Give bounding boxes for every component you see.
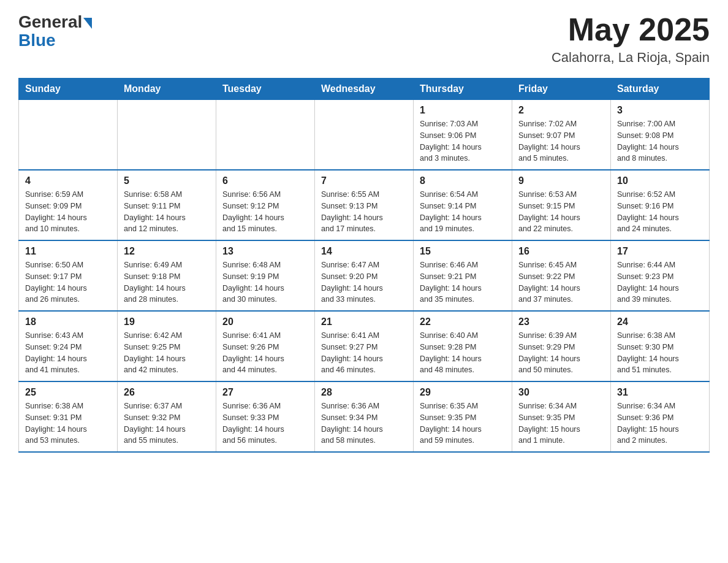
day-info: Sunrise: 6:50 AMSunset: 9:17 PMDaylight:…: [25, 259, 111, 305]
day-info: Sunrise: 6:44 AMSunset: 9:23 PMDaylight:…: [617, 259, 703, 305]
day-number: 7: [321, 175, 407, 186]
day-info: Sunrise: 6:59 AMSunset: 9:09 PMDaylight:…: [25, 189, 111, 235]
logo-arrow-icon: [83, 18, 92, 29]
header-thursday: Thursday: [414, 79, 512, 100]
page-header: General Blue May 2025 Calahorra, La Rioj…: [18, 12, 710, 66]
location-text: Calahorra, La Rioja, Spain: [552, 50, 710, 66]
calendar-cell: 4Sunrise: 6:59 AMSunset: 9:09 PMDaylight…: [19, 170, 118, 240]
day-info: Sunrise: 6:53 AMSunset: 9:15 PMDaylight:…: [518, 189, 604, 235]
day-info: Sunrise: 6:36 AMSunset: 9:34 PMDaylight:…: [321, 400, 407, 446]
day-number: 10: [617, 175, 703, 186]
day-number: 4: [25, 175, 111, 186]
day-info: Sunrise: 6:56 AMSunset: 9:12 PMDaylight:…: [222, 189, 308, 235]
day-number: 28: [321, 387, 407, 398]
day-number: 16: [518, 246, 604, 257]
month-title: May 2025: [552, 12, 710, 47]
day-info: Sunrise: 6:37 AMSunset: 9:32 PMDaylight:…: [124, 400, 210, 446]
day-number: 31: [617, 387, 703, 398]
calendar-cell: 28Sunrise: 6:36 AMSunset: 9:34 PMDayligh…: [315, 381, 414, 452]
day-info: Sunrise: 6:34 AMSunset: 9:35 PMDaylight:…: [518, 400, 604, 446]
day-info: Sunrise: 7:03 AMSunset: 9:06 PMDaylight:…: [420, 118, 506, 164]
day-info: Sunrise: 6:38 AMSunset: 9:31 PMDaylight:…: [25, 400, 111, 446]
calendar-cell: 6Sunrise: 6:56 AMSunset: 9:12 PMDaylight…: [216, 170, 315, 240]
calendar-cell: 8Sunrise: 6:54 AMSunset: 9:14 PMDaylight…: [414, 170, 512, 240]
calendar-week-row-3: 11Sunrise: 6:50 AMSunset: 9:17 PMDayligh…: [19, 240, 710, 311]
calendar-week-row-5: 25Sunrise: 6:38 AMSunset: 9:31 PMDayligh…: [19, 381, 710, 452]
day-number: 5: [124, 175, 210, 186]
calendar-week-row-4: 18Sunrise: 6:43 AMSunset: 9:24 PMDayligh…: [19, 311, 710, 381]
day-info: Sunrise: 6:45 AMSunset: 9:22 PMDaylight:…: [518, 259, 604, 305]
day-number: 26: [124, 387, 210, 398]
calendar-cell: 31Sunrise: 6:34 AMSunset: 9:36 PMDayligh…: [611, 381, 710, 452]
day-info: Sunrise: 6:55 AMSunset: 9:13 PMDaylight:…: [321, 189, 407, 235]
logo: General Blue: [18, 12, 92, 50]
day-number: 22: [420, 316, 506, 327]
day-number: 24: [617, 316, 703, 327]
calendar-cell: 2Sunrise: 7:02 AMSunset: 9:07 PMDaylight…: [512, 100, 611, 170]
day-info: Sunrise: 6:52 AMSunset: 9:16 PMDaylight:…: [617, 189, 703, 235]
day-info: Sunrise: 6:36 AMSunset: 9:33 PMDaylight:…: [222, 400, 308, 446]
day-info: Sunrise: 6:41 AMSunset: 9:27 PMDaylight:…: [321, 330, 407, 376]
calendar-cell: 10Sunrise: 6:52 AMSunset: 9:16 PMDayligh…: [611, 170, 710, 240]
day-info: Sunrise: 7:02 AMSunset: 9:07 PMDaylight:…: [518, 118, 604, 164]
day-number: 30: [518, 387, 604, 398]
day-number: 29: [420, 387, 506, 398]
day-number: 23: [518, 316, 604, 327]
day-info: Sunrise: 6:43 AMSunset: 9:24 PMDaylight:…: [25, 330, 111, 376]
day-info: Sunrise: 6:40 AMSunset: 9:28 PMDaylight:…: [420, 330, 506, 376]
day-info: Sunrise: 6:39 AMSunset: 9:29 PMDaylight:…: [518, 330, 604, 376]
calendar-cell: 17Sunrise: 6:44 AMSunset: 9:23 PMDayligh…: [611, 240, 710, 311]
logo-blue-text: Blue: [18, 31, 56, 50]
day-number: 17: [617, 246, 703, 257]
day-number: 11: [25, 246, 111, 257]
day-info: Sunrise: 6:48 AMSunset: 9:19 PMDaylight:…: [222, 259, 308, 305]
title-block: May 2025 Calahorra, La Rioja, Spain: [552, 12, 710, 66]
calendar-cell: 21Sunrise: 6:41 AMSunset: 9:27 PMDayligh…: [315, 311, 414, 381]
day-info: Sunrise: 6:49 AMSunset: 9:18 PMDaylight:…: [124, 259, 210, 305]
day-info: Sunrise: 6:34 AMSunset: 9:36 PMDaylight:…: [617, 400, 703, 446]
day-number: 20: [222, 316, 308, 327]
day-number: 12: [124, 246, 210, 257]
weekday-header-row: Sunday Monday Tuesday Wednesday Thursday…: [19, 79, 710, 100]
day-number: 21: [321, 316, 407, 327]
calendar-cell: 29Sunrise: 6:35 AMSunset: 9:35 PMDayligh…: [414, 381, 512, 452]
calendar-cell: [19, 100, 118, 170]
calendar-week-row-2: 4Sunrise: 6:59 AMSunset: 9:09 PMDaylight…: [19, 170, 710, 240]
logo-general-text: General: [18, 12, 82, 32]
calendar-week-row-1: 1Sunrise: 7:03 AMSunset: 9:06 PMDaylight…: [19, 100, 710, 170]
day-info: Sunrise: 6:42 AMSunset: 9:25 PMDaylight:…: [124, 330, 210, 376]
header-sunday: Sunday: [19, 79, 118, 100]
day-number: 13: [222, 246, 308, 257]
day-info: Sunrise: 6:46 AMSunset: 9:21 PMDaylight:…: [420, 259, 506, 305]
day-number: 3: [617, 105, 703, 116]
day-info: Sunrise: 6:41 AMSunset: 9:26 PMDaylight:…: [222, 330, 308, 376]
header-wednesday: Wednesday: [315, 79, 414, 100]
day-number: 27: [222, 387, 308, 398]
calendar-cell: 12Sunrise: 6:49 AMSunset: 9:18 PMDayligh…: [118, 240, 216, 311]
calendar-cell: 24Sunrise: 6:38 AMSunset: 9:30 PMDayligh…: [611, 311, 710, 381]
calendar-cell: 11Sunrise: 6:50 AMSunset: 9:17 PMDayligh…: [19, 240, 118, 311]
calendar-cell: [315, 100, 414, 170]
day-info: Sunrise: 6:54 AMSunset: 9:14 PMDaylight:…: [420, 189, 506, 235]
day-number: 19: [124, 316, 210, 327]
calendar-table: Sunday Monday Tuesday Wednesday Thursday…: [18, 78, 710, 453]
day-number: 6: [222, 175, 308, 186]
day-number: 8: [420, 175, 506, 186]
calendar-cell: 19Sunrise: 6:42 AMSunset: 9:25 PMDayligh…: [118, 311, 216, 381]
day-info: Sunrise: 7:00 AMSunset: 9:08 PMDaylight:…: [617, 118, 703, 164]
day-number: 1: [420, 105, 506, 116]
calendar-cell: 9Sunrise: 6:53 AMSunset: 9:15 PMDaylight…: [512, 170, 611, 240]
calendar-cell: 16Sunrise: 6:45 AMSunset: 9:22 PMDayligh…: [512, 240, 611, 311]
day-number: 2: [518, 105, 604, 116]
calendar-cell: 3Sunrise: 7:00 AMSunset: 9:08 PMDaylight…: [611, 100, 710, 170]
calendar-cell: 1Sunrise: 7:03 AMSunset: 9:06 PMDaylight…: [414, 100, 512, 170]
day-info: Sunrise: 6:35 AMSunset: 9:35 PMDaylight:…: [420, 400, 506, 446]
day-number: 18: [25, 316, 111, 327]
calendar-cell: 27Sunrise: 6:36 AMSunset: 9:33 PMDayligh…: [216, 381, 315, 452]
header-friday: Friday: [512, 79, 611, 100]
day-number: 25: [25, 387, 111, 398]
header-saturday: Saturday: [611, 79, 710, 100]
calendar-cell: [216, 100, 315, 170]
calendar-cell: 30Sunrise: 6:34 AMSunset: 9:35 PMDayligh…: [512, 381, 611, 452]
day-info: Sunrise: 6:58 AMSunset: 9:11 PMDaylight:…: [124, 189, 210, 235]
